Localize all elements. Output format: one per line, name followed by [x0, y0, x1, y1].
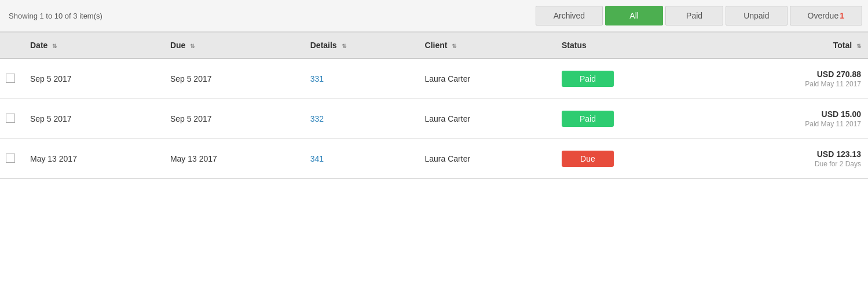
total-amount: USD 15.00 [714, 109, 861, 119]
sort-date-icon: ⇅ [52, 43, 57, 49]
row-total: USD 123.13 Due for 2 Days [707, 139, 868, 179]
tab-archived[interactable]: Archived [536, 6, 603, 25]
sort-due-icon: ⇅ [190, 43, 195, 49]
row-due: Sep 5 2017 [163, 99, 303, 139]
invoice-container: Showing 1 to 10 of 3 item(s) Archived Al… [0, 0, 868, 303]
th-due[interactable]: Due ⇅ [163, 32, 303, 59]
tab-paid[interactable]: Paid [665, 6, 723, 25]
row-status: Paid [555, 99, 707, 139]
tab-overdue[interactable]: Overdue1 [790, 6, 863, 25]
tab-overdue-badge: 1 [840, 11, 844, 20]
row-total: USD 15.00 Paid May 11 2017 [707, 99, 868, 139]
status-badge: Paid [562, 71, 614, 87]
detail-link[interactable]: 341 [310, 154, 324, 163]
row-checkbox[interactable] [6, 114, 15, 123]
status-badge: Due [562, 151, 614, 167]
sort-total-icon: ⇅ [856, 43, 861, 49]
showing-text: Showing 1 to 10 of 3 item(s) [6, 12, 122, 20]
row-client: Laura Carter [418, 139, 555, 179]
row-status: Paid [555, 59, 707, 99]
th-total-label: Total [833, 41, 852, 50]
row-checkbox[interactable] [6, 74, 15, 83]
total-sub: Paid May 11 2017 [714, 120, 861, 128]
total-amount: USD 123.13 [714, 149, 861, 159]
th-due-label: Due [170, 41, 185, 50]
th-checkbox [0, 32, 23, 59]
th-status: Status [555, 32, 707, 59]
detail-link[interactable]: 332 [310, 114, 324, 123]
tab-unpaid[interactable]: Unpaid [726, 6, 787, 25]
th-total[interactable]: Total ⇅ [707, 32, 868, 59]
table-row: May 13 2017 May 13 2017 341 Laura Carter… [0, 139, 868, 179]
table-header-row: Date ⇅ Due ⇅ Details ⇅ Client ⇅ Status [0, 32, 868, 59]
row-date: May 13 2017 [23, 139, 163, 179]
row-due: Sep 5 2017 [163, 59, 303, 99]
tab-all-label: All [629, 11, 639, 20]
th-client-label: Client [425, 41, 448, 50]
row-client: Laura Carter [418, 99, 555, 139]
invoice-table: Date ⇅ Due ⇅ Details ⇅ Client ⇅ Status [0, 32, 868, 179]
row-due: May 13 2017 [163, 139, 303, 179]
top-bar: Showing 1 to 10 of 3 item(s) Archived Al… [0, 0, 868, 32]
row-checkbox-cell [0, 99, 23, 139]
tab-overdue-label: Overdue [808, 11, 839, 20]
row-detail[interactable]: 332 [303, 99, 418, 139]
total-sub: Due for 2 Days [714, 160, 861, 168]
filter-tabs: Archived All Paid Unpaid Overdue1 [536, 6, 862, 25]
row-checkbox-cell [0, 59, 23, 99]
row-detail[interactable]: 341 [303, 139, 418, 179]
th-details-label: Details [310, 41, 337, 50]
table-row: Sep 5 2017 Sep 5 2017 332 Laura Carter P… [0, 99, 868, 139]
tab-archived-label: Archived [554, 11, 585, 20]
row-checkbox-cell [0, 139, 23, 179]
total-amount: USD 270.88 [714, 70, 861, 79]
row-client: Laura Carter [418, 59, 555, 99]
th-status-label: Status [562, 41, 587, 50]
th-client[interactable]: Client ⇅ [418, 32, 555, 59]
total-sub: Paid May 11 2017 [714, 80, 861, 88]
row-date: Sep 5 2017 [23, 99, 163, 139]
tab-all[interactable]: All [605, 6, 663, 25]
th-date-label: Date [30, 41, 47, 50]
sort-client-icon: ⇅ [452, 43, 456, 49]
row-detail[interactable]: 331 [303, 59, 418, 99]
status-badge: Paid [562, 111, 614, 127]
row-date: Sep 5 2017 [23, 59, 163, 99]
table-row: Sep 5 2017 Sep 5 2017 331 Laura Carter P… [0, 59, 868, 99]
th-date[interactable]: Date ⇅ [23, 32, 163, 59]
sort-details-icon: ⇅ [342, 43, 346, 49]
detail-link[interactable]: 331 [310, 74, 324, 83]
row-total: USD 270.88 Paid May 11 2017 [707, 59, 868, 99]
row-status: Due [555, 139, 707, 179]
tab-unpaid-label: Unpaid [744, 11, 769, 20]
th-details[interactable]: Details ⇅ [303, 32, 418, 59]
table-body: Sep 5 2017 Sep 5 2017 331 Laura Carter P… [0, 59, 868, 179]
tab-paid-label: Paid [686, 11, 702, 20]
row-checkbox[interactable] [6, 154, 15, 163]
